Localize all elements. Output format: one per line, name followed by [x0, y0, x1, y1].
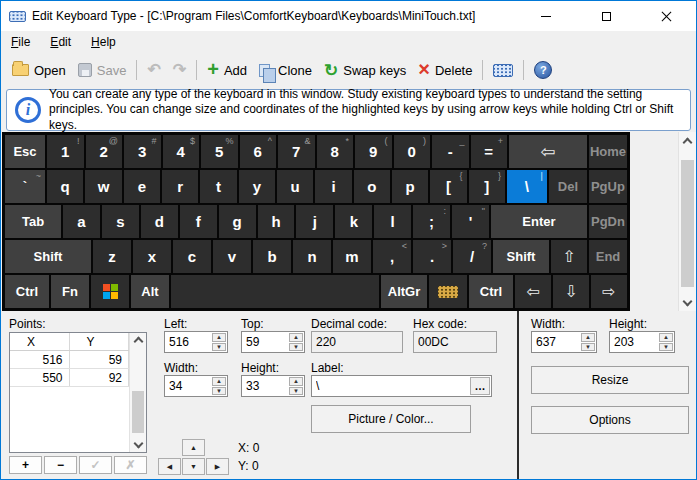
nudge-down-button[interactable]: ▼ [182, 458, 205, 475]
key-9[interactable]: 9( [355, 135, 392, 168]
spin-down-icon[interactable]: ▼ [581, 343, 595, 352]
key-p[interactable]: p [392, 170, 428, 203]
points-column-x[interactable]: X [10, 333, 70, 350]
nudge-left-button[interactable]: ◀ [158, 458, 181, 475]
point-apply-button[interactable]: ✓ [79, 456, 112, 474]
key-backspace[interactable]: ⇦ [509, 135, 587, 168]
picture-color-button[interactable]: Picture / Color... [311, 405, 471, 433]
key-5[interactable]: 5% [201, 135, 238, 168]
key-pgdn[interactable]: PgDn [589, 205, 627, 238]
key-arrow-left[interactable]: ⇦ [515, 275, 551, 308]
kb-height-input[interactable] [610, 332, 658, 352]
points-column-y[interactable]: Y [70, 333, 130, 350]
key-ctrl[interactable]: Ctrl [5, 275, 49, 308]
left-input[interactable] [165, 332, 211, 352]
key-bracket-right[interactable]: ]} [469, 170, 505, 203]
add-button[interactable]: + Add [201, 57, 253, 83]
scroll-down-icon[interactable] [683, 297, 693, 307]
points-list[interactable]: XY5165955092 [9, 332, 147, 453]
resize-button[interactable]: Resize [531, 366, 689, 394]
point-remove-button[interactable]: − [44, 456, 77, 474]
spin-down-icon[interactable]: ▼ [212, 343, 226, 352]
clone-button[interactable]: Clone [253, 59, 318, 82]
key-h[interactable]: h [258, 205, 295, 238]
minimize-button[interactable] [516, 1, 576, 31]
key-backquote[interactable]: `~ [5, 170, 45, 203]
save-button[interactable]: Save [72, 59, 133, 82]
key-i[interactable]: i [315, 170, 351, 203]
key-home[interactable]: Home [589, 135, 627, 168]
delete-button[interactable]: × Delete [412, 58, 478, 83]
key-4[interactable]: 4$ [163, 135, 200, 168]
key--[interactable]: -_ [432, 135, 469, 168]
key-fn[interactable]: Fn [51, 275, 89, 308]
decimal-code-value[interactable] [312, 335, 402, 349]
key-c[interactable]: c [173, 240, 211, 273]
key-f[interactable]: f [180, 205, 217, 238]
options-button[interactable]: Options [531, 406, 689, 434]
spin-down-icon[interactable]: ▼ [659, 343, 673, 352]
key-altgr[interactable]: AltGr [381, 275, 427, 308]
spin-down-icon[interactable]: ▼ [212, 387, 226, 396]
key-7[interactable]: 7& [278, 135, 315, 168]
keyboard-canvas[interactable]: Esc1!2@3#4$5%6^7&8*9(0)-_=+⇦Home`~qwerty… [2, 132, 630, 311]
key-e[interactable]: e [124, 170, 160, 203]
key-s[interactable]: s [102, 205, 139, 238]
spin-down-icon[interactable]: ▼ [289, 343, 303, 352]
hex-code-value[interactable] [414, 335, 496, 349]
key-enter[interactable]: Enter [491, 205, 587, 238]
open-button[interactable]: Open [6, 59, 72, 82]
key-shift[interactable]: Shift [5, 240, 91, 273]
label-input[interactable] [312, 379, 470, 393]
top-input[interactable] [242, 332, 288, 352]
scrollbar-thumb[interactable] [132, 391, 144, 433]
key-arrow-right[interactable]: ⇨ [591, 275, 627, 308]
maximize-button[interactable] [576, 1, 636, 31]
key-bracket-left[interactable]: [{ [430, 170, 466, 203]
key-quote[interactable]: '" [452, 205, 489, 238]
key-=[interactable]: =+ [471, 135, 508, 168]
key-ctrl-right[interactable]: Ctrl [469, 275, 513, 308]
kb-width-input[interactable] [532, 332, 580, 352]
key-slash[interactable]: /? [453, 240, 491, 273]
scroll-down-icon[interactable] [133, 439, 143, 449]
key-del[interactable]: Del [549, 170, 587, 203]
swap-keys-button[interactable]: ↻ Swap keys [318, 58, 412, 83]
spin-up-icon[interactable]: ▲ [289, 377, 303, 386]
keyboard-scrollbar[interactable] [678, 132, 696, 311]
scrollbar-thumb[interactable] [681, 160, 694, 287]
key-k[interactable]: k [335, 205, 372, 238]
key-z[interactable]: z [93, 240, 131, 273]
key-l[interactable]: l [374, 205, 411, 238]
key-n[interactable]: n [293, 240, 331, 273]
spin-up-icon[interactable]: ▲ [659, 333, 673, 342]
menu-help[interactable]: Help [81, 32, 126, 52]
key-q[interactable]: q [47, 170, 83, 203]
scroll-up-icon[interactable] [133, 337, 143, 347]
height-input[interactable] [242, 376, 288, 396]
spin-up-icon[interactable]: ▲ [212, 333, 226, 342]
key-period[interactable]: .> [413, 240, 451, 273]
key-alt[interactable]: Alt [131, 275, 169, 308]
key-y[interactable]: y [239, 170, 275, 203]
key-a[interactable]: a [63, 205, 100, 238]
nudge-right-button[interactable]: ▶ [206, 458, 229, 475]
key-arrow-down[interactable]: ⇩ [553, 275, 589, 308]
key-backslash-selected[interactable]: \| [507, 170, 547, 203]
key-windows[interactable] [91, 275, 129, 308]
key-8[interactable]: 8* [317, 135, 354, 168]
spin-up-icon[interactable]: ▲ [289, 333, 303, 342]
key-semicolon[interactable]: ;: [413, 205, 450, 238]
undo-button[interactable]: ↶ [141, 58, 166, 82]
key-j[interactable]: j [296, 205, 333, 238]
key-end[interactable]: End [589, 240, 627, 273]
key-3[interactable]: 3# [124, 135, 161, 168]
key-tab[interactable]: Tab [5, 205, 61, 238]
width-input[interactable] [165, 376, 211, 396]
point-add-button[interactable]: + [9, 456, 42, 474]
close-button[interactable] [636, 1, 696, 31]
key-keyboard-toggle[interactable] [429, 275, 467, 308]
key-6[interactable]: 6^ [240, 135, 277, 168]
help-button[interactable]: ? [528, 57, 558, 83]
points-row[interactable]: 55092 [10, 369, 129, 387]
